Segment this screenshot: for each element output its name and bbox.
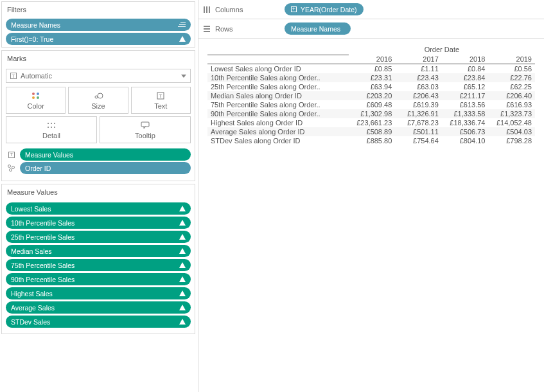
columns-shelf[interactable]: Columns + YEAR(Order Date): [198, 0, 544, 19]
cell-value[interactable]: £206.40: [488, 91, 535, 100]
year-header[interactable]: 2018: [442, 55, 489, 64]
mark-type-dropdown[interactable]: T Automatic: [6, 69, 191, 83]
table-row: Median Sales along Order ID£203.20£206.4…: [207, 91, 535, 100]
year-header[interactable]: 2017: [395, 55, 442, 64]
calc-icon: [179, 262, 186, 268]
mark-size-button[interactable]: Size: [68, 87, 128, 114]
row-header[interactable]: 90th Percentile Sales along Order..: [207, 109, 349, 118]
row-header[interactable]: STDev Sales along Order ID: [207, 136, 349, 145]
rows-shelf[interactable]: Rows Measure Names: [198, 19, 544, 39]
cell-value[interactable]: £63.94: [349, 82, 396, 91]
cell-value[interactable]: £506.73: [442, 127, 489, 136]
cell-value[interactable]: £1,302.98: [349, 109, 396, 118]
measure-value-pill[interactable]: Highest Sales: [6, 287, 191, 299]
table-row: 90th Percentile Sales along Order..£1,30…: [207, 109, 535, 118]
rows-pill-label: Measure Names: [291, 25, 340, 33]
measure-value-pill[interactable]: Lowest Sales: [6, 202, 191, 215]
filter-pill-first0[interactable]: First()=0: True: [6, 33, 191, 45]
row-header[interactable]: Median Sales along Order ID: [207, 91, 349, 100]
row-header[interactable]: Average Sales along Order ID: [207, 127, 349, 136]
row-header[interactable]: 10th Percentile Sales along Order..: [207, 73, 349, 82]
mark-btn-label: Text: [154, 102, 167, 110]
cell-value[interactable]: £609.48: [349, 100, 396, 109]
row-header[interactable]: 75th Percentile Sales along Order..: [207, 100, 349, 109]
row-header[interactable]: Lowest Sales along Order ID: [207, 64, 349, 74]
cell-value[interactable]: £616.93: [488, 100, 535, 109]
pill-label: 90th Percentile Sales: [11, 276, 75, 283]
cell-value[interactable]: £1.11: [395, 64, 442, 74]
measure-value-pill[interactable]: Average Sales: [6, 301, 191, 314]
row-header[interactable]: Highest Sales along Order ID: [207, 118, 349, 127]
svg-point-2: [32, 96, 35, 99]
filter-pill-measure-names[interactable]: Measure Names: [6, 19, 191, 31]
measure-value-pill[interactable]: 75th Percentile Sales: [6, 259, 191, 271]
cell-value[interactable]: £62.25: [488, 82, 535, 91]
mark-assignment-order-id[interactable]: Order ID: [20, 162, 191, 174]
color-icon: [30, 91, 42, 100]
cell-value[interactable]: £508.89: [349, 127, 396, 136]
marks-panel: Marks T Automatic Color Si: [1, 50, 195, 181]
tooltip-icon: [139, 121, 151, 130]
cell-value[interactable]: £23.43: [395, 73, 442, 82]
measure-value-pill[interactable]: STDev Sales: [6, 316, 191, 328]
cell-value[interactable]: £804.10: [442, 136, 489, 145]
cell-value[interactable]: £613.56: [442, 100, 489, 109]
cell-value[interactable]: £211.17: [442, 91, 489, 100]
cell-value[interactable]: £501.11: [395, 127, 442, 136]
pill-label: 75th Percentile Sales: [11, 262, 75, 269]
cell-value[interactable]: £0.85: [349, 64, 396, 74]
cell-value[interactable]: £203.20: [349, 91, 396, 100]
svg-point-12: [51, 127, 52, 128]
filters-title: Filters: [2, 2, 195, 17]
cell-value[interactable]: £22.76: [488, 73, 535, 82]
calc-icon: [179, 276, 186, 282]
cell-value[interactable]: £7,678.23: [395, 118, 442, 127]
svg-rect-15: [204, 6, 205, 13]
measure-value-pill[interactable]: 25th Percentile Sales: [6, 231, 191, 243]
row-header[interactable]: 25th Percentile Sales along Order..: [207, 82, 349, 91]
filters-panel: Filters Measure Names First()=0: True: [1, 1, 195, 48]
cell-value[interactable]: £1,333.58: [442, 109, 489, 118]
year-header[interactable]: 2016: [349, 55, 396, 64]
year-header[interactable]: 2019: [488, 55, 535, 64]
cell-value[interactable]: £0.84: [442, 64, 489, 74]
cell-value[interactable]: £798.28: [488, 136, 535, 145]
rows-pill[interactable]: Measure Names: [285, 22, 351, 35]
cell-value[interactable]: £206.43: [395, 91, 442, 100]
cell-value[interactable]: £63.03: [395, 82, 442, 91]
calc-icon: [179, 36, 186, 42]
measure-values-title: Measure Values: [2, 184, 195, 200]
cell-value[interactable]: £23,661.23: [349, 118, 396, 127]
cell-value[interactable]: £885.80: [349, 136, 396, 145]
marks-title: Marks: [2, 51, 195, 66]
cell-value[interactable]: £65.12: [442, 82, 489, 91]
cell-value[interactable]: £1,323.73: [488, 109, 535, 118]
mark-color-button[interactable]: Color: [6, 87, 66, 114]
viz-area: Order Date 2016201720182019 Lowest Sales…: [198, 39, 544, 392]
svg-point-4: [95, 96, 98, 98]
calc-icon: [179, 206, 186, 211]
cell-value[interactable]: £754.64: [395, 136, 442, 145]
cell-value[interactable]: £1,326.91: [395, 109, 442, 118]
measure-value-pill[interactable]: 10th Percentile Sales: [6, 217, 191, 229]
mark-detail-button[interactable]: Detail: [6, 116, 97, 143]
mark-assignment-measure-values[interactable]: Measure Values: [20, 148, 191, 161]
cell-value[interactable]: £14,052.48: [488, 118, 535, 127]
mark-btn-label: Detail: [42, 132, 60, 139]
cell-value[interactable]: £0.56: [488, 64, 535, 74]
cell-value[interactable]: £18,336.74: [442, 118, 489, 127]
measure-value-pill[interactable]: 90th Percentile Sales: [6, 273, 191, 285]
cell-value[interactable]: £504.03: [488, 127, 535, 136]
cell-value[interactable]: £619.39: [395, 100, 442, 109]
mark-text-button[interactable]: T Text: [131, 87, 191, 114]
measure-value-pill[interactable]: Median Sales: [6, 245, 191, 257]
cell-value[interactable]: £23.84: [442, 73, 489, 82]
svg-point-11: [48, 127, 49, 128]
mark-tooltip-button[interactable]: Tooltip: [100, 116, 191, 143]
columns-pill[interactable]: + YEAR(Order Date): [285, 3, 364, 15]
pill-label: STDev Sales: [11, 318, 50, 326]
text-type-icon: T: [10, 73, 17, 79]
table-row: 25th Percentile Sales along Order..£63.9…: [207, 82, 535, 91]
svg-point-9: [51, 123, 52, 124]
cell-value[interactable]: £23.31: [349, 73, 396, 82]
